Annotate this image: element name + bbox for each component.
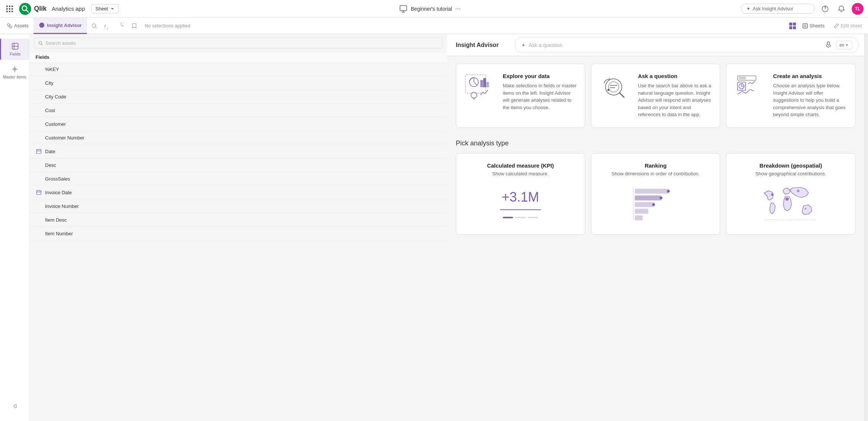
grid-view-btn[interactable] — [789, 22, 796, 30]
kpi-analysis-card[interactable]: Calculated measure (KPI) Show calculated… — [456, 153, 585, 235]
geo-visual — [734, 182, 848, 225]
geospatial-analysis-card[interactable]: Breakdown (geospatial) Show geographical… — [726, 153, 855, 235]
svg-rect-22 — [803, 24, 807, 28]
svg-rect-57 — [635, 209, 648, 213]
svg-rect-56 — [635, 202, 654, 207]
collapse-sidebar-btn[interactable] — [9, 400, 21, 412]
svg-point-63 — [786, 198, 789, 201]
svg-rect-50 — [739, 77, 746, 79]
field-item[interactable]: Item Desc — [30, 213, 447, 227]
svg-rect-39 — [827, 42, 830, 45]
svg-rect-0 — [6, 6, 8, 7]
field-item[interactable]: Date — [30, 145, 447, 158]
svg-rect-35 — [37, 191, 41, 195]
user-avatar[interactable]: TL — [852, 3, 864, 15]
assets-btn[interactable]: Assets — [3, 21, 32, 30]
svg-point-45 — [471, 92, 477, 98]
insight-advisor-tab[interactable]: Insight Advisor — [34, 18, 87, 34]
field-item[interactable]: City — [30, 76, 447, 90]
kpi-title: Calculated measure (KPI) — [487, 162, 554, 169]
sidebar-item-fields[interactable]: Fields — [0, 38, 29, 60]
field-item[interactable]: Customer — [30, 117, 447, 131]
svg-rect-54 — [635, 189, 668, 193]
svg-rect-21 — [793, 26, 796, 29]
tutorial-label: Beginner's tutorial — [411, 6, 452, 12]
qlik-logo[interactable]: Qlik — [18, 2, 47, 16]
field-item[interactable]: GrossSales — [30, 172, 447, 186]
field-item[interactable]: Invoice Number — [30, 199, 447, 213]
edit-sheet-btn[interactable]: Edit sheet — [830, 21, 865, 30]
grid-menu-icon[interactable] — [4, 4, 15, 14]
ask-question-card: Ask a question Use the search bar above … — [591, 64, 720, 128]
field-name: GrossSales — [45, 176, 70, 182]
tutorial-icon — [399, 4, 408, 13]
toolbar: Assets Insight Advisor No selections app… — [0, 18, 868, 34]
svg-rect-20 — [789, 26, 792, 29]
ask-question-icon — [599, 73, 632, 102]
field-name: Invoice Date — [45, 190, 72, 195]
svg-point-59 — [667, 190, 669, 192]
field-item[interactable]: %KEY — [30, 63, 447, 76]
field-item[interactable]: City Code — [30, 90, 447, 104]
ask-insight-advisor-btn[interactable]: ✦ Ask Insight Advisor — [741, 4, 815, 14]
field-name: Item Number — [45, 231, 73, 236]
field-item[interactable]: Desc — [30, 158, 447, 172]
fields-nav-icon — [11, 42, 19, 50]
field-item[interactable]: Customer Number — [30, 131, 447, 145]
calendar-icon — [35, 148, 42, 155]
ranking-analysis-card[interactable]: Ranking Show dimensions in order of cont… — [591, 153, 720, 235]
sheets-btn[interactable]: Sheets — [799, 21, 827, 30]
no-selections-label: No selections applied — [142, 23, 193, 28]
toolbar-right: Sheets Edit sheet — [789, 21, 865, 30]
sheet-dropdown[interactable]: Sheet — [91, 4, 119, 13]
svg-point-64 — [797, 190, 799, 192]
nav-right: ✦ Ask Insight Advisor TL — [741, 3, 864, 15]
svg-rect-55 — [635, 196, 661, 200]
language-btn[interactable]: en — [836, 41, 852, 50]
create-analysis-card: Create an analysis Choose an analysis ty… — [726, 64, 855, 128]
content-area: Insight Advisor ✦ Ask a question en — [447, 34, 864, 421]
undo-btn[interactable] — [102, 20, 113, 32]
search-btn[interactable] — [88, 20, 100, 32]
ask-question-desc: Use the search bar above to ask a natura… — [638, 82, 713, 118]
svg-rect-44 — [486, 82, 489, 87]
svg-rect-18 — [789, 23, 792, 26]
fields-section-header: Fields — [30, 52, 447, 63]
svg-point-15 — [10, 26, 12, 28]
insight-advisor-panel-title: Insight Advisor — [456, 42, 499, 48]
field-icon — [35, 134, 42, 141]
explore-data-card: Explore your data Make selections in fie… — [456, 64, 585, 128]
field-icon — [35, 162, 42, 168]
help-btn[interactable] — [819, 3, 831, 15]
ranking-desc: Show dimensions in order of contribution… — [611, 171, 699, 176]
svg-rect-8 — [11, 11, 13, 12]
more-options-btn[interactable]: ··· — [455, 5, 461, 13]
field-icon — [35, 230, 42, 237]
notifications-btn[interactable] — [835, 3, 847, 15]
svg-point-48 — [608, 89, 609, 91]
field-name: City Code — [45, 94, 66, 100]
field-item[interactable]: Item Number — [30, 227, 447, 240]
microphone-btn[interactable] — [824, 40, 833, 50]
explore-data-title: Explore your data — [503, 73, 577, 79]
search-assets-box[interactable]: Search assets — [34, 38, 443, 48]
bookmark-btn[interactable] — [128, 20, 140, 32]
sidebar-item-master-items[interactable]: Master items — [0, 61, 29, 83]
svg-point-9 — [19, 3, 31, 14]
explore-data-icon — [464, 73, 497, 102]
geo-desc: Show geographical contributions. — [755, 171, 826, 176]
field-icon — [35, 80, 42, 86]
ask-question-title: Ask a question — [638, 73, 713, 79]
analysis-section-title: Pick analysis type — [456, 139, 855, 147]
field-item[interactable]: Invoice Date — [30, 186, 447, 199]
redo-btn[interactable] — [115, 20, 127, 32]
field-item[interactable]: Cost — [30, 104, 447, 117]
ranking-visual — [599, 182, 713, 225]
right-scrollbar[interactable] — [864, 34, 868, 421]
insight-icon — [39, 22, 45, 28]
field-icon — [35, 121, 42, 127]
content-scroll: Explore your data Make selections in fie… — [447, 56, 864, 421]
field-name: City — [45, 80, 53, 86]
svg-rect-5 — [11, 8, 13, 10]
field-name: Desc — [45, 162, 56, 168]
